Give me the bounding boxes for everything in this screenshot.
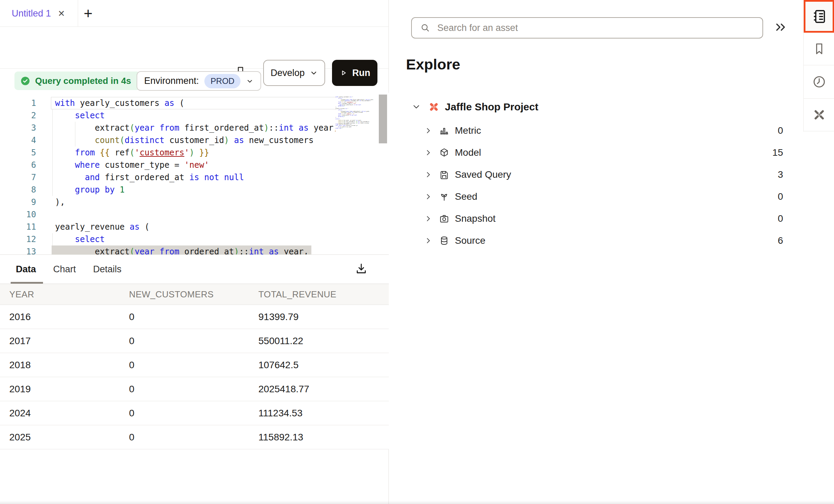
code-line[interactable]: 12 select [0, 233, 389, 245]
code-line[interactable]: 6 where customer_type = 'new' [0, 159, 389, 171]
query-status-text: Query completed in 4s [35, 76, 131, 86]
table-cell: 2018 [0, 360, 129, 371]
editor-scrollbar-thumb[interactable] [379, 95, 387, 143]
environment-label: Environment: [144, 76, 199, 86]
tab-details[interactable]: Details [93, 264, 122, 275]
rail-item-bookmarks[interactable] [804, 33, 834, 65]
line-number: 4 [0, 134, 36, 146]
tree-item-count: 6 [778, 235, 783, 246]
table-cell: 0 [129, 408, 258, 419]
table-row[interactable]: 20180107642.5 [0, 353, 389, 377]
new-tab-button[interactable]: + [80, 5, 96, 22]
code-line[interactable]: 5 from {{ ref('customers') }} [0, 146, 389, 159]
code-line[interactable]: 2 select [0, 109, 389, 122]
asset-search-input[interactable] [437, 22, 756, 34]
double-chevron-right-icon [774, 20, 788, 34]
metric-chart-icon [439, 125, 449, 136]
table-row[interactable]: 20170550011.22 [0, 329, 389, 353]
table-row[interactable]: 2016091399.79 [0, 305, 389, 329]
code-line[interactable]: 13 extract(year from ordered_at)::int as… [0, 245, 389, 254]
results-tabbar: Data Chart Details [0, 255, 389, 284]
tab-untitled-1[interactable]: Untitled 1 ✕ [0, 0, 78, 27]
column-header-total-revenue[interactable]: TOTAL_REVENUE [258, 289, 389, 300]
tree-item-label: Snapshot [455, 213, 495, 224]
project-name: Jaffle Shop Project [445, 101, 538, 113]
tree-item-label: Metric [455, 125, 481, 136]
table-row[interactable]: 201902025418.77 [0, 377, 389, 401]
environment-value-badge: PROD [204, 74, 240, 88]
search-icon [420, 23, 430, 33]
tree-item-model[interactable]: Model 15 [389, 142, 803, 164]
table-row[interactable]: 20240111234.53 [0, 401, 389, 425]
environment-selector[interactable]: Environment: PROD [137, 71, 261, 91]
code-line[interactable]: 3 extract(year from first_ordered_at)::i… [0, 122, 389, 134]
asset-search-bar [411, 17, 763, 39]
asset-type-list: Metric 0 Model 15 Saved Query 3 Seed 0 S… [389, 120, 803, 252]
table-cell: 2016 [0, 311, 129, 322]
line-number: 8 [0, 184, 36, 196]
results-panel: Data Chart Details YEAR NEW_CUSTOMERS TO… [0, 254, 389, 449]
code-line[interactable]: 9), [0, 196, 389, 208]
chevron-right-icon [425, 193, 432, 200]
tree-item-label: Saved Query [455, 169, 511, 180]
ai-sparkle-icon [812, 108, 826, 122]
code-line[interactable]: 7 and first_ordered_at is not null [0, 171, 389, 184]
chevron-right-icon [425, 171, 432, 178]
query-status-row: Query completed in 4s Environment: PROD [0, 69, 388, 93]
tree-item-saved-query[interactable]: Saved Query 3 [389, 164, 803, 186]
seed-sprout-icon [439, 191, 449, 202]
column-header-year[interactable]: YEAR [0, 289, 129, 300]
download-results-button[interactable] [354, 262, 368, 275]
notebook-icon [811, 8, 827, 25]
line-number: 9 [0, 196, 36, 208]
download-icon [354, 262, 368, 275]
clock-icon [812, 75, 826, 89]
tab-data[interactable]: Data [16, 264, 36, 275]
explore-panel: Explore Jaffle Shop Project Metric 0 Mod… [389, 0, 803, 504]
rail-item-history[interactable] [804, 65, 834, 99]
column-header-new-customers[interactable]: NEW_CUSTOMERS [129, 289, 258, 300]
table-cell: 0 [129, 311, 258, 322]
tree-item-snapshot[interactable]: Snapshot 0 [389, 208, 803, 230]
tree-item-seed[interactable]: Seed 0 [389, 186, 803, 208]
code-line[interactable]: 4 count(distinct customer_id) as new_cus… [0, 134, 389, 146]
line-number: 10 [0, 208, 36, 221]
rail-item-explore-active[interactable] [804, 0, 834, 33]
table-cell: 550011.22 [258, 336, 389, 347]
project-tree-root[interactable]: Jaffle Shop Project [389, 97, 803, 117]
results-table-body: 2016091399.7920170550011.2220180107642.5… [0, 305, 389, 449]
editor-minimap[interactable]: with yearly_customers as ( select extrac… [335, 96, 379, 251]
tab-chart[interactable]: Chart [53, 264, 76, 275]
explore-heading: Explore [406, 56, 460, 73]
tree-item-source[interactable]: Source 6 [389, 230, 803, 252]
tab-label: Untitled 1 [12, 8, 51, 19]
code-line[interactable]: 10 [0, 208, 389, 221]
chevron-right-icon [425, 127, 432, 134]
editor-toolbar: Develop Run [0, 27, 388, 69]
snapshot-camera-icon [439, 213, 449, 224]
chevron-right-icon [425, 237, 432, 244]
tree-item-label: Model [455, 147, 481, 158]
collapse-panel-button[interactable] [774, 20, 788, 34]
tree-item-count: 0 [778, 191, 783, 202]
close-tab-icon[interactable]: ✕ [58, 9, 65, 18]
editor-tabbar: Untitled 1 ✕ + [0, 0, 388, 27]
sql-code-editor[interactable]: 1with yearly_customers as (2 select3 ext… [0, 93, 389, 254]
line-number: 3 [0, 122, 36, 134]
tree-item-metric[interactable]: Metric 0 [389, 120, 803, 142]
code-line[interactable]: 11yearly_revenue as ( [0, 221, 389, 233]
saved-query-icon [439, 169, 449, 180]
rail-item-ai-assistant[interactable] [804, 99, 834, 131]
tree-item-count: 0 [778, 213, 783, 224]
table-cell: 107642.5 [258, 360, 389, 371]
table-cell: 111234.53 [258, 408, 389, 419]
code-line[interactable]: 1with yearly_customers as ( [0, 97, 389, 109]
chevron-right-icon [425, 215, 432, 222]
code-line[interactable]: 8 group by 1 [0, 184, 389, 196]
line-number: 7 [0, 171, 36, 184]
tree-item-count: 15 [772, 147, 783, 158]
editor-pane: Untitled 1 ✕ + Develop Run Query complet… [0, 0, 389, 504]
bookmark-icon [812, 42, 826, 56]
table-cell: 2025418.77 [258, 384, 389, 395]
table-row[interactable]: 20250115892.13 [0, 425, 389, 449]
